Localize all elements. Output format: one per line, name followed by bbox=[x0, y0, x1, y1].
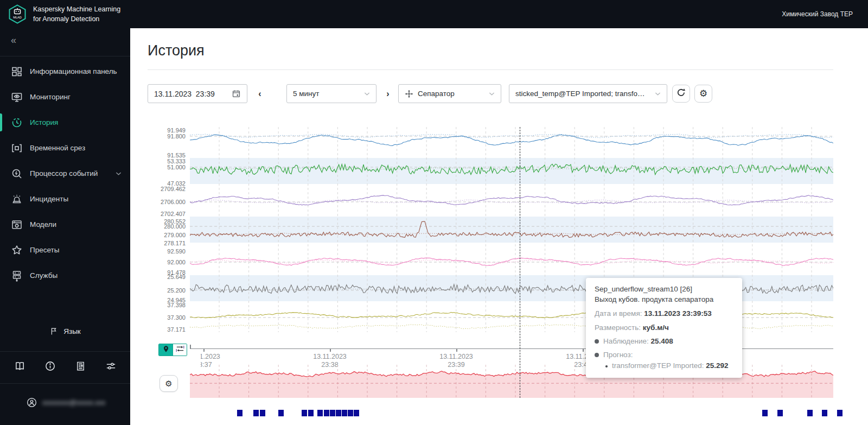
sidebar-item-monitoring[interactable]: Мониторинг bbox=[0, 84, 130, 110]
y-axis-label: 25.200 bbox=[167, 287, 186, 294]
app-title: Kaspersky Machine Learning for Anomaly D… bbox=[33, 4, 120, 24]
calendar-icon[interactable] bbox=[232, 89, 241, 98]
move-icon bbox=[405, 90, 413, 98]
anomaly-marker[interactable] bbox=[278, 410, 284, 416]
y-axis-label: 37.398 bbox=[167, 302, 186, 308]
sidebar-item-label: Информационная панель bbox=[30, 67, 117, 75]
x-axis-tick bbox=[330, 349, 331, 352]
chevron-down-icon bbox=[116, 172, 122, 176]
anomaly-marker[interactable] bbox=[302, 410, 307, 416]
anomaly-marker[interactable] bbox=[822, 410, 827, 416]
history-icon bbox=[11, 117, 23, 129]
y-axis-label: 91.800 bbox=[167, 133, 186, 139]
sidebar-item-services[interactable]: Службы bbox=[0, 263, 130, 288]
anomaly-marker[interactable] bbox=[837, 410, 843, 416]
y-axis-label: 280.000 bbox=[164, 223, 186, 230]
sidebar-item-models[interactable]: Модели bbox=[0, 212, 130, 237]
news-icon[interactable] bbox=[65, 360, 95, 372]
datetime-field[interactable]: 13.11.2023 23:39 bbox=[148, 84, 247, 103]
anomaly-marker[interactable] bbox=[777, 410, 783, 416]
sidebar-item-history[interactable]: История bbox=[0, 110, 130, 135]
tooltip-forecast-model-row: transformer@TEP Imported: 25.292 bbox=[595, 361, 733, 370]
event-processor-icon bbox=[11, 168, 23, 180]
y-axis-label: 92.590 bbox=[167, 248, 186, 255]
tooltip-bullet-row: Прогноз: bbox=[595, 351, 733, 359]
y-axis-label: 91.949 bbox=[167, 127, 186, 134]
x-axis-tick bbox=[203, 349, 205, 352]
anomaly-marker[interactable] bbox=[762, 410, 768, 416]
sidebar-collapse-button[interactable]: « bbox=[11, 35, 16, 46]
tooltip-subtitle: Выход кубов. продукта сепаратора bbox=[595, 295, 733, 303]
tag-group-select[interactable]: Сепаратор bbox=[398, 84, 501, 103]
y-axis-label: 2702.407 bbox=[161, 211, 186, 217]
y-axis-label: 25.649 bbox=[167, 274, 186, 280]
prev-interval-button[interactable]: ‹ bbox=[254, 84, 266, 103]
sidebar-item-label: Мониторинг bbox=[30, 93, 71, 101]
y-axis-label: 92.000 bbox=[167, 259, 186, 265]
guide-icon[interactable] bbox=[4, 360, 35, 372]
language-button[interactable]: Язык bbox=[0, 327, 130, 335]
anomaly-marker[interactable] bbox=[807, 410, 813, 416]
monitoring-icon bbox=[11, 91, 23, 103]
flag-icon bbox=[49, 327, 58, 335]
sidebar-item-label: Временной срез bbox=[30, 144, 85, 152]
sidebar-item-incidents[interactable]: Инциденты bbox=[0, 186, 130, 212]
chart-settings-button[interactable]: ⚙ bbox=[694, 85, 712, 103]
settings-icon[interactable] bbox=[95, 360, 126, 372]
anomaly-marker[interactable] bbox=[354, 410, 359, 416]
sidebar-item-time-slice[interactable]: Временной срез bbox=[0, 135, 130, 161]
chevron-down-icon bbox=[364, 92, 370, 96]
anomaly-marker[interactable] bbox=[260, 410, 265, 416]
bottom-settings-button[interactable]: ⚙ bbox=[159, 375, 178, 392]
svg-text:MLAD: MLAD bbox=[13, 16, 22, 19]
gear-icon: ⚙ bbox=[699, 88, 707, 99]
anomaly-marker[interactable] bbox=[348, 410, 353, 416]
pin-mode-button[interactable] bbox=[159, 344, 173, 356]
services-icon bbox=[11, 270, 23, 282]
tooltip-title: Sep_underflow_stream10 [26] bbox=[595, 285, 733, 293]
app-root: MLAD Kaspersky Machine Learning for Anom… bbox=[0, 0, 868, 425]
sub-bullet-icon bbox=[605, 365, 608, 367]
y-axis-label: 47.032 bbox=[167, 180, 186, 187]
models-select[interactable]: sticked_temp@TEP Imported; transfor… bbox=[509, 84, 667, 103]
sidebar-item-label: Модели bbox=[30, 220, 56, 229]
divider bbox=[148, 69, 833, 70]
tooltip-bullet-row: Наблюдение: 25.408 bbox=[595, 337, 733, 345]
anomaly-marker[interactable] bbox=[324, 410, 329, 416]
sidebar-item-presets[interactable]: Пресеты bbox=[0, 237, 130, 263]
anomaly-marker[interactable] bbox=[237, 410, 242, 416]
y-axis-label: 51.000 bbox=[167, 164, 186, 170]
y-axis-label: 280.552 bbox=[164, 218, 186, 225]
main-content: История 13.11.2023 23:39 ‹ 5 минут › Сеп… bbox=[130, 28, 868, 425]
sidebar: « Информационная панельМониторингИстория… bbox=[0, 28, 130, 425]
anomaly-marker[interactable] bbox=[336, 410, 341, 416]
sidebar-item-event-processor[interactable]: Процессор событий bbox=[0, 161, 130, 186]
sidebar-item-dashboard[interactable]: Информационная панель bbox=[0, 59, 130, 84]
sidebar-item-label: Пресеты bbox=[30, 246, 59, 254]
refresh-button[interactable] bbox=[672, 85, 690, 103]
y-axis-label: 37.171 bbox=[167, 326, 186, 333]
cursor-line bbox=[520, 127, 520, 398]
x-axis-tick bbox=[583, 349, 584, 352]
anomaly-marker[interactable] bbox=[317, 410, 323, 416]
user-account[interactable]: xxxxxxxx@xxxxx.xxx bbox=[26, 397, 105, 408]
info-icon[interactable] bbox=[35, 360, 65, 372]
y-axis-label: 53.333 bbox=[167, 158, 186, 164]
time-slice-icon bbox=[11, 142, 23, 154]
anomaly-marker[interactable] bbox=[342, 410, 347, 416]
y-axis-label: 37.300 bbox=[167, 314, 186, 321]
active-indicator bbox=[0, 113, 2, 131]
pan-mode-button[interactable] bbox=[173, 344, 187, 356]
sidebar-item-label: История bbox=[30, 118, 58, 126]
next-interval-button[interactable]: › bbox=[382, 84, 394, 103]
y-axis-label: 278.171 bbox=[164, 240, 186, 246]
incidents-icon bbox=[11, 193, 23, 205]
anomaly-marker[interactable] bbox=[253, 410, 259, 416]
models-icon bbox=[11, 219, 23, 231]
gear-icon: ⚙ bbox=[165, 379, 172, 389]
interval-select[interactable]: 5 минут bbox=[286, 84, 376, 103]
sidebar-footer-icons bbox=[4, 360, 126, 372]
anomaly-marker[interactable] bbox=[308, 410, 314, 416]
anomaly-marker[interactable] bbox=[330, 410, 335, 416]
x-axis-tick bbox=[456, 349, 457, 352]
